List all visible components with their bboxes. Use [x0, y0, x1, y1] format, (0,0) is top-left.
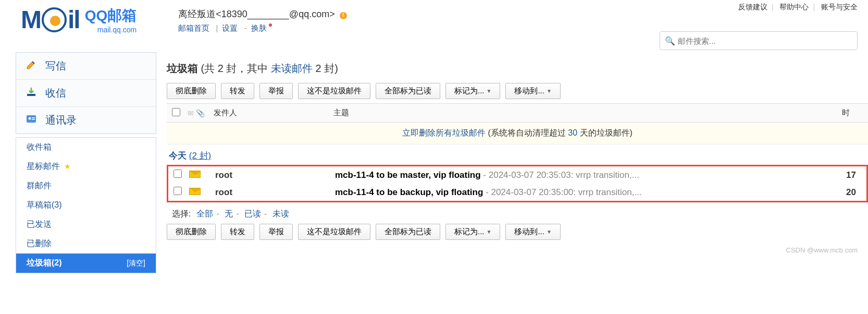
svg-point-2 — [29, 117, 31, 120]
svg-rect-0 — [27, 94, 35, 96]
user-display: 离经叛道<18390________@qq.com> — [178, 9, 334, 19]
mark-as-button[interactable]: 标记为... ▼ — [445, 224, 500, 240]
clear-spam-link[interactable]: [清空] — [127, 259, 145, 268]
col-sender[interactable]: 发件人 — [214, 108, 333, 118]
report-button[interactable]: 举报 — [259, 83, 293, 99]
toolbar-bottom: 彻底删除 转发 举报 这不是垃圾邮件 全部标为已读 标记为... ▼ 移动到..… — [167, 224, 868, 240]
contacts-button[interactable]: 通讯录 — [16, 107, 156, 134]
sidebar-starred[interactable]: 星标邮件 ★ — [16, 157, 156, 176]
logo[interactable]: M il QQ邮箱 mail.qq.com — [21, 5, 137, 34]
search-box: 🔍 — [660, 31, 858, 50]
select-unread-link[interactable]: 未读 — [272, 209, 289, 218]
main-content: 垃圾箱 (共 2 封，其中 未读邮件 2 封) 彻底删除 转发 举报 这不是垃圾… — [156, 52, 868, 273]
logo-cn: QQ邮箱 mail.qq.com — [85, 6, 137, 34]
mail-home-link[interactable]: 邮箱首页 — [178, 23, 209, 32]
user-info: 离经叛道<18390________@qq.com> ! 邮箱首页 | 设置 -… — [178, 5, 346, 33]
col-subject[interactable]: 主题 — [333, 108, 842, 118]
mark-as-button[interactable]: 标记为... ▼ — [445, 83, 500, 99]
mark-all-read-button[interactable]: 全部标为已读 — [376, 83, 440, 99]
report-button[interactable]: 举报 — [259, 224, 293, 240]
delete-all-spam-link[interactable]: 立即删除所有垃圾邮件 — [402, 128, 486, 137]
sidebar-sent[interactable]: 已发送 — [16, 215, 156, 234]
red-dot-icon — [269, 23, 272, 27]
mail-row[interactable]: root mcb-11-4 to be master, vip floating… — [168, 166, 866, 184]
account-link[interactable]: 账号与安全 — [821, 3, 858, 11]
mark-all-read-button[interactable]: 全部标为已读 — [376, 224, 440, 240]
chevron-down-icon: ▼ — [487, 229, 492, 235]
perm-delete-button[interactable]: 彻底删除 — [167, 224, 216, 240]
skin-link[interactable]: 换肤 — [251, 23, 267, 32]
settings-link[interactable]: 设置 — [222, 23, 238, 32]
logo-right: il — [68, 5, 80, 34]
sidebar-deleted[interactable]: 已删除 — [16, 234, 156, 253]
move-to-button[interactable]: 移动到... ▼ — [505, 83, 560, 99]
spam-notice: 立即删除所有垃圾邮件 (系统将自动清理超过 30 天的垃圾邮件) — [167, 123, 868, 144]
forward-button[interactable]: 转发 — [221, 83, 254, 99]
mail-sender: root — [215, 170, 335, 180]
sidebar-spam[interactable]: 垃圾箱(2) [清空] — [16, 253, 156, 273]
logo-cn-bot: mail.qq.com — [85, 26, 137, 34]
sidebar-inbox[interactable]: 收件箱 — [16, 138, 156, 157]
download-icon — [26, 86, 38, 100]
unread-filter-link[interactable]: 未读邮件 — [271, 63, 313, 74]
mail-time: 20 — [840, 187, 861, 198]
mail-checkbox[interactable] — [173, 170, 182, 178]
warning-icon[interactable]: ! — [340, 12, 347, 19]
svg-rect-4 — [32, 119, 35, 120]
folder-title: 垃圾箱 (共 2 封，其中 未读邮件 2 封) — [167, 57, 868, 83]
contacts-icon — [26, 113, 38, 127]
select-all-link[interactable]: 全部 — [196, 209, 213, 218]
toolbar-top: 彻底删除 转发 举报 这不是垃圾邮件 全部标为已读 标记为... ▼ 移动到..… — [167, 83, 868, 99]
select-all-checkbox[interactable] — [172, 108, 180, 116]
unread-icon — [189, 188, 201, 195]
mail-sender: root — [215, 187, 335, 198]
perm-delete-button[interactable]: 彻底删除 — [167, 83, 216, 99]
date-group-header: 今天 (2 封) — [167, 144, 868, 165]
mail-subject: mcb-11-4 to be backup, vip floating - 20… — [335, 187, 840, 198]
chevron-down-icon: ▼ — [547, 229, 552, 235]
help-link[interactable]: 帮助中心 — [779, 3, 809, 11]
logo-left: M — [21, 5, 41, 34]
compose-button[interactable]: 写信 — [16, 53, 156, 79]
logo-cn-top: QQ邮箱 — [85, 6, 137, 26]
not-spam-button[interactable]: 这不是垃圾邮件 — [298, 224, 370, 240]
chevron-down-icon: ▼ — [487, 88, 492, 94]
sidebar-group[interactable]: 群邮件 — [16, 176, 156, 196]
logo-at-icon — [42, 7, 67, 32]
select-read-link[interactable]: 已读 — [244, 209, 261, 218]
sidebar: 写信 收信 通讯录 收件箱 星标邮件 ★ 群邮件 草稿箱(3) 已发送 — [0, 52, 156, 273]
star-icon: ★ — [64, 162, 71, 171]
select-row: 选择: 全部- 无- 已读- 未读 — [167, 204, 868, 224]
chevron-down-icon: ▼ — [547, 88, 552, 94]
select-none-link[interactable]: 无 — [225, 209, 233, 218]
not-spam-button[interactable]: 这不是垃圾邮件 — [298, 83, 370, 99]
envelope-icon: ✉ 📎 — [188, 109, 214, 117]
pencil-icon — [26, 59, 38, 73]
top-right-links: 反馈建议| 帮助中心| 账号与安全 — [738, 3, 858, 12]
move-to-button[interactable]: 移动到... ▼ — [505, 224, 560, 240]
watermark: CSDN @www.mcb.com — [167, 244, 868, 256]
mail-time: 17 — [840, 170, 861, 180]
forward-button[interactable]: 转发 — [221, 224, 254, 240]
search-icon: 🔍 — [665, 36, 675, 46]
mail-checkbox[interactable] — [173, 187, 182, 195]
unread-icon — [189, 171, 201, 178]
sidebar-drafts[interactable]: 草稿箱(3) — [16, 196, 156, 215]
highlight-box: root mcb-11-4 to be master, vip floating… — [167, 165, 868, 202]
col-time[interactable]: 时 — [842, 108, 863, 118]
svg-rect-3 — [32, 117, 35, 118]
header: M il QQ邮箱 mail.qq.com 离经叛道<18390________… — [0, 0, 868, 52]
mail-row[interactable]: root mcb-11-4 to be backup, vip floating… — [168, 184, 866, 201]
receive-button[interactable]: 收信 — [16, 80, 156, 106]
mail-subject: mcb-11-4 to be master, vip floating - 20… — [335, 170, 840, 180]
search-input[interactable] — [660, 31, 858, 50]
column-header: ✉ 📎 发件人 主题 时 — [167, 103, 868, 123]
group-count-link[interactable]: (2 封) — [189, 151, 212, 161]
feedback-link[interactable]: 反馈建议 — [738, 3, 767, 11]
